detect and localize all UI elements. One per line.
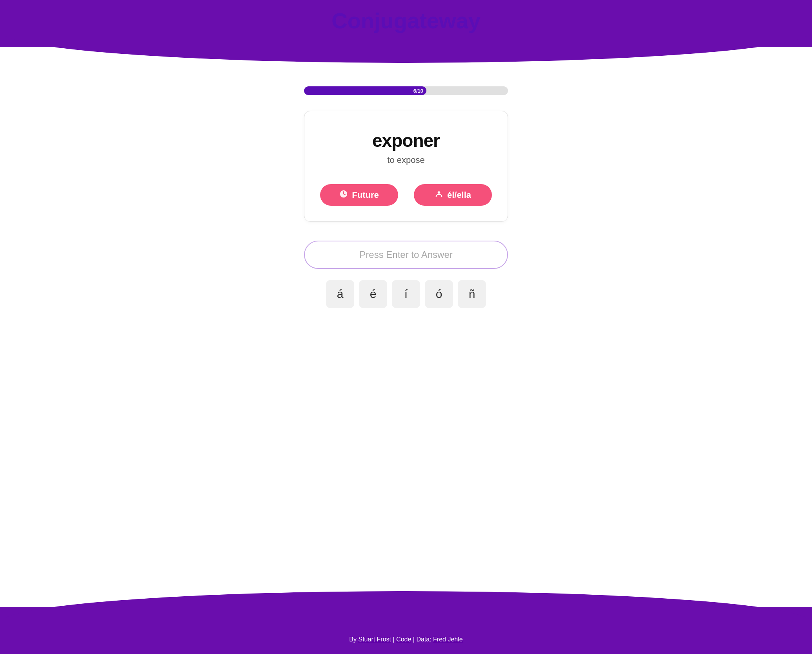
progress-bar-background: 6/10 (304, 86, 508, 95)
footer-author-link[interactable]: Stuart Frost (358, 636, 391, 643)
special-char-a-acute[interactable]: á (326, 280, 354, 308)
tense-badge-label: Future (352, 190, 379, 200)
person-icon (435, 190, 443, 200)
footer-data-prefix: | Data: (411, 636, 433, 643)
special-char-o-acute[interactable]: ó (425, 280, 453, 308)
bottom-wave-decoration: By Stuart Frost | Code | Data: Fred Jehl… (0, 607, 812, 654)
svg-point-3 (438, 191, 440, 194)
answer-input-container (304, 241, 508, 269)
app-title: Conjugateway (331, 8, 481, 33)
verb-translation: to expose (387, 155, 424, 165)
quiz-card: exponer to expose Future (304, 111, 508, 222)
pronoun-badge: él/ella (414, 184, 492, 206)
footer-separator-1: | (391, 636, 396, 643)
footer-by-text: By (349, 636, 358, 643)
progress-bar-fill: 6/10 (304, 86, 426, 95)
tense-badge: Future (320, 184, 398, 206)
main-content: 6/10 exponer to expose Future (0, 47, 812, 607)
clock-icon (339, 190, 348, 200)
top-wave-decoration: Conjugateway (0, 0, 812, 47)
badges-row: Future él/ella (320, 184, 492, 206)
special-char-i-acute[interactable]: í (392, 280, 420, 308)
footer-data-link[interactable]: Fred Jehle (433, 636, 463, 643)
pronoun-badge-label: él/ella (447, 190, 471, 200)
footer: By Stuart Frost | Code | Data: Fred Jehl… (349, 636, 462, 643)
answer-input[interactable] (304, 241, 508, 269)
special-char-n-tilde[interactable]: ñ (458, 280, 486, 308)
progress-label: 6/10 (413, 88, 423, 94)
footer-code-link[interactable]: Code (396, 636, 411, 643)
special-chars-row: á é í ó ñ (326, 280, 486, 308)
special-char-e-acute[interactable]: é (359, 280, 387, 308)
progress-container: 6/10 (304, 86, 508, 95)
verb-word: exponer (372, 130, 440, 151)
